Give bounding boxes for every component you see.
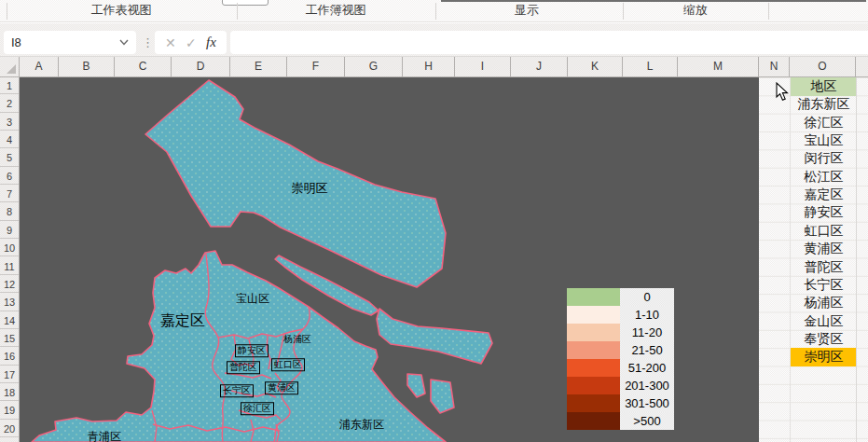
ribbon-top-edge xyxy=(441,0,866,2)
map-label-yangpu: 杨浦区 xyxy=(283,334,311,345)
chevron-down-icon[interactable] xyxy=(119,39,129,46)
map-label-putuo: 普陀区 xyxy=(227,361,260,374)
name-box[interactable]: I8 xyxy=(4,31,136,54)
legend-row: 0 xyxy=(567,288,674,306)
legend-swatch xyxy=(567,288,620,306)
column-header-E[interactable]: E xyxy=(230,57,287,76)
column-header-K[interactable]: K xyxy=(568,57,623,76)
legend-swatch xyxy=(567,377,620,394)
column-p-cells[interactable] xyxy=(856,77,868,442)
cell-o3-district[interactable]: 徐汇区 xyxy=(791,114,856,132)
row-header-1[interactable]: 1 xyxy=(0,77,19,94)
ribbon-divider xyxy=(7,3,7,20)
legend-label: 51-200 xyxy=(620,359,674,377)
shanghai-choropleth-map[interactable]: 崇明区嘉定区宝山区杨浦区静安区虹口区普陀区黄浦区长宁区徐汇区浦东新区青浦区 01… xyxy=(20,77,759,442)
row-header-5[interactable]: 5 xyxy=(0,149,19,166)
legend-label: 201-300 xyxy=(620,377,674,394)
row-header-10[interactable]: 10 xyxy=(0,240,19,256)
ribbon-divider xyxy=(237,3,238,20)
row-header-column: 123456789101112131415161718192021 xyxy=(0,77,20,442)
insert-function-icon[interactable]: fx xyxy=(206,35,216,50)
ribbon-divider xyxy=(623,3,624,20)
legend-swatch xyxy=(567,412,620,430)
column-header-D[interactable]: D xyxy=(172,57,230,76)
ribbon-group-label-4: 缩放 xyxy=(683,0,708,22)
column-header-O[interactable]: O xyxy=(790,57,856,76)
select-all-corner[interactable] xyxy=(0,57,20,76)
map-label-hongkou: 虹口区 xyxy=(271,358,305,371)
ribbon-toggle-button-fragment[interactable] xyxy=(222,0,269,6)
legend-row: 1-10 xyxy=(567,306,674,324)
ribbon-divider xyxy=(768,3,769,20)
cell-o11-district[interactable]: 普陀区 xyxy=(791,258,856,277)
cell-o6-district[interactable]: 松江区 xyxy=(791,168,856,186)
more-options-icon[interactable]: ⋮ xyxy=(142,31,151,54)
row-header-2[interactable]: 2 xyxy=(0,95,19,112)
cell-o7-district[interactable]: 嘉定区 xyxy=(791,186,856,204)
column-header-H[interactable]: H xyxy=(403,57,455,76)
cell-o10-district[interactable]: 黄浦区 xyxy=(791,240,856,258)
row-header-3[interactable]: 3 xyxy=(0,114,19,131)
row-header-4[interactable]: 4 xyxy=(0,131,19,148)
spreadsheet-window: 工作表视图工作簿视图显示缩放 I8 ⋮ ✕ ✓ fx ABCDEFGHIJKLM… xyxy=(0,0,868,442)
map-label-chongming: 崇明区 xyxy=(292,182,328,196)
row-header-7[interactable]: 7 xyxy=(0,186,19,202)
map-label-qingpu: 青浦区 xyxy=(88,431,121,442)
row-header-18[interactable]: 18 xyxy=(0,384,19,401)
cell-o9-district[interactable]: 虹口区 xyxy=(791,222,856,241)
row-header-17[interactable]: 17 xyxy=(0,366,19,383)
column-header-N[interactable]: N xyxy=(759,57,790,76)
cell-o5-district[interactable]: 闵行区 xyxy=(791,149,856,168)
legend-label: 0 xyxy=(620,288,674,306)
map-label-huangpu: 黄浦区 xyxy=(265,381,298,394)
formula-input[interactable] xyxy=(230,31,868,54)
legend-row: 51-200 xyxy=(567,359,674,377)
column-header-M[interactable]: M xyxy=(678,57,759,76)
column-header-A[interactable]: A xyxy=(20,57,59,76)
column-header-L[interactable]: L xyxy=(623,57,678,76)
cell-o14-district[interactable]: 金山区 xyxy=(791,312,856,331)
column-header-B[interactable]: B xyxy=(59,57,115,76)
column-header-C[interactable]: C xyxy=(115,57,172,76)
cancel-icon[interactable]: ✕ xyxy=(165,35,176,50)
column-n-cells[interactable] xyxy=(759,77,790,442)
legend-swatch xyxy=(567,306,620,324)
row-header-11[interactable]: 11 xyxy=(0,258,19,275)
cell-o13-district[interactable]: 杨浦区 xyxy=(791,294,856,312)
legend-row: 201-300 xyxy=(567,377,674,394)
row-header-6[interactable]: 6 xyxy=(0,168,19,185)
row-header-13[interactable]: 13 xyxy=(0,294,19,311)
map-label-changning: 长宁区 xyxy=(220,384,254,397)
cell-o2-district[interactable]: 浦东新区 xyxy=(791,95,856,114)
cell-o8-district[interactable]: 静安区 xyxy=(791,203,856,222)
column-header-G[interactable]: G xyxy=(345,57,403,76)
column-o-cells[interactable]: 地区浦东新区徐汇区宝山区闵行区松江区嘉定区静安区虹口区黄浦区普陀区长宁区杨浦区金… xyxy=(790,77,856,442)
column-header-J[interactable]: J xyxy=(511,57,568,76)
cell-o4-district[interactable]: 宝山区 xyxy=(791,131,856,150)
legend-row: 301-500 xyxy=(567,394,674,412)
row-header-8[interactable]: 8 xyxy=(0,203,19,220)
cell-o15-district[interactable]: 奉贤区 xyxy=(791,330,856,349)
row-header-19[interactable]: 19 xyxy=(0,402,19,419)
enter-icon[interactable]: ✓ xyxy=(186,35,197,50)
map-label-baoshan: 宝山区 xyxy=(236,293,269,306)
map-legend: 01-1011-2021-5051-200201-300301-500>500 xyxy=(567,288,674,430)
legend-label: 1-10 xyxy=(620,306,674,324)
row-header-21[interactable]: 21 xyxy=(0,438,19,442)
cell-o12-district[interactable]: 长宁区 xyxy=(791,276,856,295)
column-header-row: ABCDEFGHIJKLMNO xyxy=(0,56,868,77)
row-header-14[interactable]: 14 xyxy=(0,312,19,329)
row-header-16[interactable]: 16 xyxy=(0,348,19,365)
column-header-F[interactable]: F xyxy=(287,57,345,76)
legend-label: 21-50 xyxy=(620,341,674,359)
cell-o1-region-header[interactable]: 地区 xyxy=(791,77,856,96)
row-header-20[interactable]: 20 xyxy=(0,421,19,437)
row-header-12[interactable]: 12 xyxy=(0,276,19,293)
row-header-15[interactable]: 15 xyxy=(0,330,19,347)
column-header-I[interactable]: I xyxy=(455,57,511,76)
cell-o16-district[interactable]: 崇明区 xyxy=(791,348,856,366)
ribbon-group-strip: 工作表视图工作簿视图显示缩放 xyxy=(0,0,868,22)
name-box-value: I8 xyxy=(11,35,119,49)
map-label-pudong: 浦东新区 xyxy=(339,419,384,432)
row-header-9[interactable]: 9 xyxy=(0,222,19,239)
